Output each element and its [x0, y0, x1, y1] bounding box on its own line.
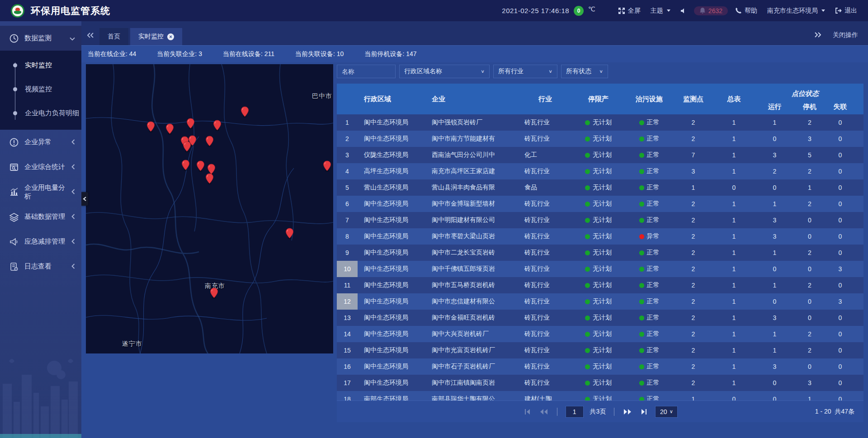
theme-dropdown[interactable]: 主题	[648, 7, 673, 15]
name-filter-field[interactable]	[337, 65, 396, 78]
page-size-select[interactable]: 20 ∨	[655, 406, 678, 418]
map-pin-icon[interactable]	[285, 228, 294, 239]
cell-region: 阆中生态环境局	[358, 131, 425, 147]
status-dot-green	[639, 283, 644, 288]
stat-当前在线企业: 当前在线企业: 44	[88, 50, 136, 58]
table-row[interactable]: 10阆中生态环境局阆中千佛镇五郎垭页岩砖瓦行业无计划正常21003	[337, 261, 863, 277]
table-row[interactable]: 11阆中生态环境局阆中市五马桥页岩机砖砖瓦行业无计划正常21120	[337, 277, 863, 293]
tab-首页[interactable]: 首页	[99, 28, 128, 45]
tab-实时监控[interactable]: 实时监控×	[130, 28, 182, 45]
map-pin-icon[interactable]	[323, 160, 331, 172]
table-row[interactable]: 15阆中生态环境局阆中市光富页岩机砖厂砖瓦行业无计划正常21120	[337, 342, 863, 358]
sidebar-subitem-实时监控[interactable]: 实时监控	[0, 53, 81, 77]
notification-count: 2632	[708, 7, 722, 14]
table-row[interactable]: 2阆中生态环境局阆中市南方节能建材有砖瓦行业无计划正常21030	[337, 131, 863, 147]
map-pin-icon[interactable]	[181, 160, 190, 171]
cell-region: 阆中生态环境局	[358, 261, 425, 277]
table-row[interactable]: 1阆中生态环境局阆中强锐页岩砖厂砖瓦行业无计划正常21120	[337, 114, 863, 131]
status-dot-green	[585, 218, 590, 223]
table-row[interactable]: 5营山生态环境局营山县润丰肉食品有限食品无计划正常10010	[337, 179, 863, 196]
status-dot-green	[585, 283, 590, 288]
stat-当前在线设备: 当前在线设备: 211	[223, 50, 274, 58]
cell-run: 2	[755, 163, 794, 179]
table-row[interactable]: 4高坪生态环境局南充市高坪区王家店建砖瓦行业无计划正常31220	[337, 163, 863, 179]
table-row[interactable]: 16阆中生态环境局阆中市石子页岩机砖厂砖瓦行业无计划正常21300	[337, 358, 863, 375]
row-index: 1	[337, 114, 358, 131]
table-row[interactable]: 12阆中生态环境局阆中市忠信建材有限公砖瓦行业无计划正常21003	[337, 293, 863, 310]
status-dot-green	[585, 202, 590, 207]
sidebar-item-4[interactable]: 企业用电量分析	[0, 179, 81, 204]
table-row[interactable]: 8阆中生态环境局阆中市枣碧大梁山页岩砖瓦行业无计划异常21300	[337, 228, 863, 245]
cell-lost: 0	[826, 163, 855, 179]
cell-company: 阆中市五马桥页岩机砖	[425, 277, 518, 293]
cell-run: 1	[755, 326, 794, 342]
map-pin-icon[interactable]	[165, 123, 174, 135]
cell-points: 2	[674, 342, 712, 358]
logout-button[interactable]: 退出	[832, 7, 860, 15]
table-row[interactable]: 7阆中生态环境局阆中明阳建材有限公司砖瓦行业无计划正常21300	[337, 212, 863, 228]
sidebar-item-5[interactable]: 基础数据管理	[0, 204, 81, 229]
org-dropdown[interactable]: 南充市生态环境局	[764, 7, 828, 15]
first-page-button[interactable]	[523, 407, 533, 417]
page-number-input[interactable]	[566, 406, 584, 418]
table-row[interactable]: 14阆中生态环境局阆中大兴页岩机砖厂砖瓦行业无计划正常21120	[337, 326, 863, 342]
map-pin-icon[interactable]	[183, 141, 191, 152]
status-dot-green	[639, 348, 644, 353]
sidebar-subitem-视频监控[interactable]: 视频监控	[0, 77, 81, 101]
notification-badge[interactable]: 2632	[694, 6, 728, 15]
table-row[interactable]: 9阆中生态环境局阆中市二龙长宝页岩砖砖瓦行业无计划正常21120	[337, 245, 863, 261]
sidebar-subitem-企业电力负荷明细[interactable]: 企业电力负荷明细	[0, 101, 81, 125]
last-page-button[interactable]	[639, 407, 649, 417]
map-pin-icon[interactable]	[146, 121, 155, 132]
top-header: 环保用电监管系统 2021-02-25 17:46:18 0 ℃ 全屏 主题	[0, 0, 868, 21]
region-filter-select[interactable]: 行政区域名称 ∨	[399, 65, 490, 78]
map-pin-icon[interactable]	[186, 118, 195, 129]
status-dot-green	[639, 299, 644, 304]
fullscreen-button[interactable]: 全屏	[615, 7, 643, 15]
sidebar-item-7[interactable]: 日志查看	[0, 254, 81, 279]
sidebar-item-2[interactable]: 企业异常	[0, 130, 81, 155]
industry-filter-select[interactable]: 所有行业 ∨	[493, 65, 557, 78]
close-operations-button[interactable]: 关闭操作	[833, 31, 858, 39]
map-pin-icon[interactable]	[205, 173, 214, 184]
next-page-button[interactable]	[623, 407, 632, 417]
cell-facility: 正常	[624, 342, 674, 358]
status-filter-select[interactable]: 所有状态 ∨	[561, 65, 608, 78]
cell-run: 3	[755, 228, 794, 245]
sidebar-item-1[interactable]: 数据监测	[0, 26, 81, 51]
name-filter-input[interactable]	[342, 68, 391, 75]
panel-collapse-handle[interactable]	[80, 192, 88, 206]
tabs-scroll-left-button[interactable]	[81, 26, 99, 44]
prev-page-button[interactable]	[539, 407, 549, 417]
row-index: 12	[337, 293, 358, 310]
map-panel[interactable]: 巴中市南充市遂宁市	[86, 64, 333, 353]
map-pin-icon[interactable]	[210, 287, 218, 299]
tabs-scroll-right-button[interactable]	[815, 32, 821, 39]
alert-circle-icon	[9, 137, 19, 147]
content-area: 巴中市南充市遂宁市 行政区域名称 ∨ 所有行业 ∨ 所有状态 ∨ 行政区域企	[81, 62, 868, 438]
map-pin-icon[interactable]	[213, 120, 222, 131]
cell-industry: 砖瓦行业	[518, 245, 572, 261]
table-row[interactable]: 6阆中生态环境局阆中市金博瑞新型墙材砖瓦行业无计划正常21120	[337, 196, 863, 212]
help-button[interactable]: 帮助	[732, 7, 760, 15]
sound-toggle[interactable]	[678, 8, 689, 14]
sidebar-item-label: 企业用电量分析	[24, 184, 71, 201]
sidebar-item-6[interactable]: 应急减排管理	[0, 229, 81, 254]
chevron-down-icon: ∨	[481, 69, 485, 74]
tab-close-icon[interactable]: ×	[167, 33, 174, 40]
submenu: 实时监控视频监控企业电力负荷明细	[0, 51, 81, 130]
table-row[interactable]: 17阆中生态环境局阆中市江南镇阆南页岩砖瓦行业无计划正常21030	[337, 375, 863, 391]
status-dot-green	[639, 267, 644, 272]
map-pin-icon[interactable]	[196, 160, 205, 172]
sidebar-item-3[interactable]: 企业综合统计	[0, 155, 81, 179]
table-row[interactable]: 13阆中生态环境局阆中市金福旺页岩机砖砖瓦行业无计划正常21300	[337, 310, 863, 326]
phone-icon	[735, 7, 742, 14]
cell-facility: 正常	[624, 277, 674, 293]
map-pin-icon[interactable]	[241, 106, 249, 118]
cell-limit: 无计划	[572, 131, 624, 147]
cell-industry: 砖瓦行业	[518, 293, 572, 310]
map-pin-icon[interactable]	[205, 136, 214, 147]
table-row[interactable]: 3仪陇生态环境局西南油气田分公司川中化工无计划正常71350	[337, 147, 863, 163]
map-city-label: 巴中市	[312, 92, 332, 100]
chevron-down-icon: ∨	[548, 69, 552, 74]
